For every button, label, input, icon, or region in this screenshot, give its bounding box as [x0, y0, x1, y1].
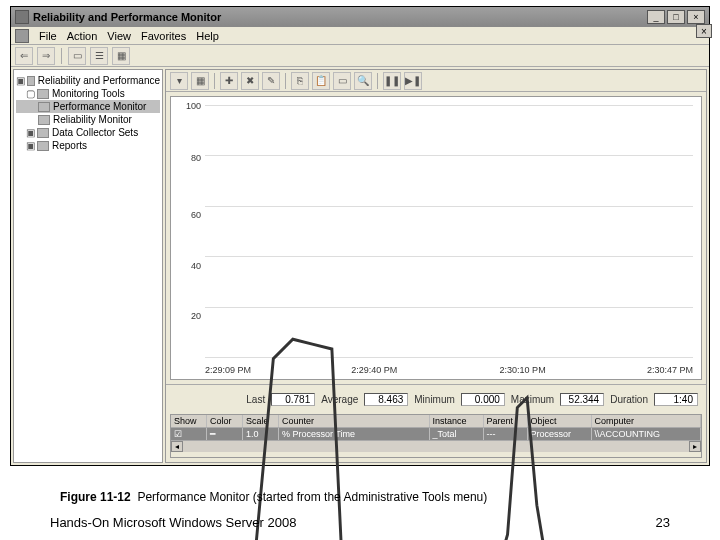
delete-counter-button[interactable]: ✖: [241, 72, 259, 90]
zoom-button[interactable]: 🔍: [354, 72, 372, 90]
highlight-button[interactable]: ✎: [262, 72, 280, 90]
separator: [285, 73, 286, 89]
ytick-60: 60: [171, 210, 201, 220]
footer-left: Hands-On Microsoft Windows Server 2008: [50, 515, 296, 530]
add-counter-button[interactable]: ✚: [220, 72, 238, 90]
tree-performance-monitor[interactable]: Performance Monitor: [16, 100, 160, 113]
footer-right: 23: [656, 515, 670, 530]
folder-icon: [37, 141, 49, 151]
window-buttons: _ □ ×: [647, 10, 705, 24]
forward-button[interactable]: ⇒: [37, 47, 55, 65]
update-button[interactable]: ▶❚: [404, 72, 422, 90]
toolbar-separator: [61, 48, 62, 64]
properties-button[interactable]: ▭: [333, 72, 351, 90]
separator: [214, 73, 215, 89]
titlebar[interactable]: Reliability and Performance Monitor _ □ …: [11, 7, 709, 27]
nav-tree[interactable]: ▣Reliability and Performance ▢Monitoring…: [13, 69, 163, 463]
folder-icon: [27, 76, 35, 86]
monitor-icon: [38, 102, 50, 112]
tree-reports[interactable]: ▣Reports: [16, 139, 160, 152]
menu-view[interactable]: View: [107, 30, 131, 42]
mmc-icon: [15, 29, 29, 43]
maximize-button[interactable]: □: [667, 10, 685, 24]
window-title: Reliability and Performance Monitor: [33, 11, 647, 23]
app-window: Reliability and Performance Monitor _ □ …: [10, 6, 710, 466]
body: ▣Reliability and Performance ▢Monitoring…: [11, 67, 709, 465]
copy-button[interactable]: ⎘: [291, 72, 309, 90]
line-series: [205, 105, 693, 540]
ytick-100: 100: [171, 101, 201, 111]
tree-label: Performance Monitor: [53, 101, 146, 112]
app-icon: [15, 10, 29, 24]
content-pane: ▾ ▦ ✚ ✖ ✎ ⎘ 📋 ▭ 🔍 ❚❚ ▶❚ 100 80 60 40: [165, 69, 707, 463]
menu-action[interactable]: Action: [67, 30, 98, 42]
export-icon[interactable]: ▦: [112, 47, 130, 65]
menu-file[interactable]: File: [39, 30, 57, 42]
view-dropdown[interactable]: ▾: [170, 72, 188, 90]
figure-number: Figure 11-12: [60, 490, 131, 504]
figure-text: Performance Monitor (started from the Ad…: [137, 490, 487, 504]
chart-toolbar: ▾ ▦ ✚ ✖ ✎ ⎘ 📋 ▭ 🔍 ❚❚ ▶❚: [166, 70, 706, 92]
back-button[interactable]: ⇐: [15, 47, 33, 65]
xtick-d: 2:30:47 PM: [647, 365, 693, 375]
xtick-a: 2:29:09 PM: [205, 365, 251, 375]
ytick-40: 40: [171, 261, 201, 271]
monitor-icon: [38, 115, 50, 125]
tree-reliability-monitor[interactable]: Reliability Monitor: [16, 113, 160, 126]
menubar: File Action View Favorites Help: [11, 27, 709, 45]
tree-root[interactable]: ▣Reliability and Performance: [16, 74, 160, 87]
tree-label: Reports: [52, 140, 87, 151]
main-toolbar: ⇐ ⇒ ▭ ☰ ▦: [11, 45, 709, 67]
ytick-20: 20: [171, 311, 201, 321]
inner-close-button[interactable]: ×: [696, 24, 712, 38]
tree-root-label: Reliability and Performance: [38, 75, 160, 86]
freeze-button[interactable]: ❚❚: [383, 72, 401, 90]
folder-icon[interactable]: ▭: [68, 47, 86, 65]
chart-area: 100 80 60 40 20 2:29:09 PM 2:29:40 PM: [170, 96, 702, 380]
close-button[interactable]: ×: [687, 10, 705, 24]
list-icon[interactable]: ☰: [90, 47, 108, 65]
folder-icon: [37, 89, 49, 99]
folder-icon: [37, 128, 49, 138]
col-show[interactable]: Show: [171, 415, 207, 427]
tree-monitoring-tools[interactable]: ▢Monitoring Tools: [16, 87, 160, 100]
paste-button[interactable]: 📋: [312, 72, 330, 90]
separator: [377, 73, 378, 89]
figure-caption: Figure 11-12 Performance Monitor (starte…: [60, 490, 487, 504]
tree-label: Monitoring Tools: [52, 88, 125, 99]
cell-show: ☑: [171, 428, 207, 440]
tree-data-collector-sets[interactable]: ▣Data Collector Sets: [16, 126, 160, 139]
menu-help[interactable]: Help: [196, 30, 219, 42]
xtick-b: 2:29:40 PM: [351, 365, 397, 375]
menu-favorites[interactable]: Favorites: [141, 30, 186, 42]
chart-view-icon[interactable]: ▦: [191, 72, 209, 90]
tree-label: Reliability Monitor: [53, 114, 132, 125]
tree-label: Data Collector Sets: [52, 127, 138, 138]
minimize-button[interactable]: _: [647, 10, 665, 24]
xtick-c: 2:30:10 PM: [500, 365, 546, 375]
scroll-left-button[interactable]: ◂: [171, 441, 183, 452]
ytick-80: 80: [171, 153, 201, 163]
